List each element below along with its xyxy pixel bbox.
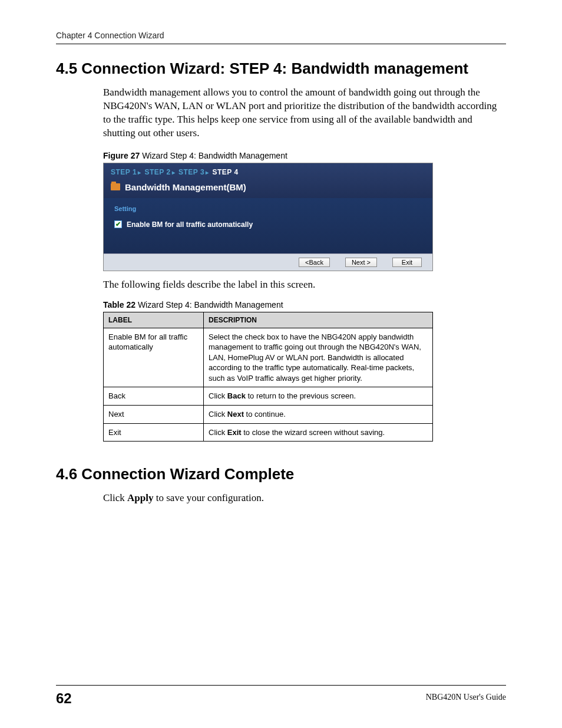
footer-rule (56, 685, 506, 686)
step-4-current: STEP 4 (212, 168, 238, 176)
enable-bm-row: ✔ Enable BM for all traffic automaticall… (114, 220, 422, 229)
col-label: LABEL (104, 312, 204, 328)
enable-bm-checkbox[interactable]: ✔ (114, 220, 122, 228)
next-button[interactable]: Next > (345, 258, 377, 267)
row-label: Exit (104, 423, 204, 442)
wizard-breadcrumb: STEP 1▸ STEP 2▸ STEP 3▸ STEP 4 (111, 168, 425, 176)
table-title: Wizard Step 4: Bandwidth Management (135, 300, 283, 309)
table-intro: The following fields describe the label … (103, 278, 504, 292)
table-number: Table 22 (103, 300, 135, 309)
table-row: Enable BM for all traffic automatically … (104, 328, 433, 387)
page-number: 62 (56, 690, 72, 707)
row-label: Next (104, 405, 204, 423)
col-description: DESCRIPTION (204, 312, 433, 328)
step-1: STEP 1 (111, 168, 137, 176)
exit-button[interactable]: Exit (392, 258, 422, 267)
table-caption: Table 22 Wizard Step 4: Bandwidth Manage… (103, 300, 504, 309)
row-desc: Click Next to continue. (204, 405, 433, 423)
row-label: Enable BM for all traffic automatically (104, 328, 204, 387)
chevron-right-icon: ▸ (171, 169, 177, 176)
wizard-header: STEP 1▸ STEP 2▸ STEP 3▸ STEP 4 Bandwidth… (104, 163, 432, 198)
chevron-right-icon: ▸ (204, 169, 210, 176)
setting-label: Setting (114, 205, 422, 212)
back-button[interactable]: <Back (299, 258, 330, 267)
figure-caption: Figure 27 Wizard Step 4: Bandwidth Manag… (103, 151, 504, 160)
wizard-title-text: Bandwidth Management(BM) (125, 182, 246, 192)
wizard-screenshot: STEP 1▸ STEP 2▸ STEP 3▸ STEP 4 Bandwidth… (103, 163, 433, 271)
row-label: Back (104, 387, 204, 406)
wizard-footer: <Back Next > Exit (104, 253, 432, 271)
step-2: STEP 2 (144, 168, 170, 176)
folder-icon (111, 183, 120, 190)
figure-title: Wizard Step 4: Bandwidth Management (140, 151, 287, 160)
running-header: Chapter 4 Connection Wizard (56, 31, 506, 44)
section-4-5-body: Bandwidth management allows you to contr… (103, 86, 504, 140)
wizard-body: Setting ✔ Enable BM for all traffic auto… (104, 198, 432, 253)
table-row: Back Click Back to return to the previou… (104, 387, 433, 406)
description-table: LABEL DESCRIPTION Enable BM for all traf… (103, 312, 433, 442)
section-4-6-heading: 4.6 Connection Wizard Complete (56, 465, 506, 483)
chevron-right-icon: ▸ (137, 169, 143, 176)
row-desc: Click Back to return to the previous scr… (204, 387, 433, 406)
document-page: Chapter 4 Connection Wizard 4.5 Connecti… (0, 0, 562, 728)
table-row: Exit Click Exit to close the wizard scre… (104, 423, 433, 442)
wizard-title: Bandwidth Management(BM) (111, 182, 425, 192)
step-3: STEP 3 (178, 168, 204, 176)
table-header-row: LABEL DESCRIPTION (104, 312, 433, 328)
section-4-6-body: Click Apply to save your configuration. (103, 492, 504, 505)
guide-title: NBG420N User's Guide (426, 693, 506, 702)
row-desc: Select the check box to have the NBG420N… (204, 328, 433, 387)
table-row: Next Click Next to continue. (104, 405, 433, 423)
figure-number: Figure 27 (103, 151, 140, 160)
row-desc: Click Exit to close the wizard screen wi… (204, 423, 433, 442)
section-4-5-heading: 4.5 Connection Wizard: STEP 4: Bandwidth… (56, 60, 506, 78)
header-rule (56, 44, 506, 44)
enable-bm-label: Enable BM for all traffic automatically (127, 220, 253, 229)
